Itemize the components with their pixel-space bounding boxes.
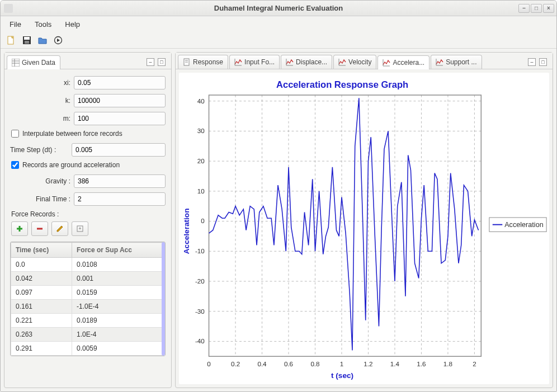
force-records-table: Time (sec) Force or Sup Acc 0.00.01080.0… [10, 242, 166, 356]
tab-given-data-label: Given Data [22, 59, 55, 67]
tab-velocity[interactable]: Velocity [333, 55, 376, 69]
tab-label: Response [193, 58, 223, 66]
panel-maximize-icon[interactable]: □ [539, 58, 547, 66]
m-input[interactable] [74, 112, 166, 125]
force-records-label: Force Records : [11, 210, 166, 218]
dt-label: Time Step (dt) : [10, 146, 72, 154]
svg-text:1.8: 1.8 [443, 360, 452, 367]
acceleration-chart: Acceleration Response Graph 00.20.40.60.… [179, 73, 549, 384]
svg-text:40: 40 [197, 97, 205, 105]
gravity-label: Gravity : [10, 177, 74, 185]
table-row[interactable]: 0.2910.0059 [11, 342, 165, 356]
k-input[interactable] [74, 94, 166, 107]
menu-help[interactable]: Help [59, 18, 86, 31]
chart-legend: Acceleration [489, 218, 546, 232]
left-tab-row: Given Data – □ [4, 53, 171, 69]
form-area: xi: k: m: Interpulate between force reco… [4, 69, 171, 363]
app-icon [4, 4, 13, 13]
given-data-panel: Given Data – □ xi: k: m: [4, 52, 172, 388]
svg-text:30: 30 [197, 127, 205, 134]
import-button[interactable] [72, 221, 88, 236]
run-icon[interactable] [53, 35, 63, 45]
tab-label: Velocity [348, 58, 371, 66]
table-row[interactable]: 0.2631.0E-4 [11, 328, 165, 342]
tab-label: Accelera... [393, 59, 424, 67]
xi-input[interactable] [74, 76, 166, 89]
interpolate-checkbox[interactable] [11, 130, 19, 138]
svg-text:0: 0 [201, 217, 205, 224]
svg-text:0.6: 0.6 [284, 360, 293, 367]
tab-support-[interactable]: Support ... [431, 55, 482, 69]
tab-label: Support ... [446, 58, 476, 66]
xi-label: xi: [10, 79, 74, 87]
save-icon[interactable] [22, 35, 32, 45]
chart-panel: ResponseInput Fo...Displace...VelocityAc… [175, 52, 553, 388]
svg-text:-10: -10 [195, 247, 205, 254]
chart-title: Acceleration Response Graph [276, 79, 408, 90]
titlebar: Duhamel Integral Numeric Evaluation – □ … [1, 1, 556, 16]
table-row[interactable]: 0.0420.001 [11, 272, 165, 286]
maximize-button[interactable]: □ [531, 4, 542, 13]
remove-row-button[interactable] [31, 221, 48, 236]
dt-input[interactable] [72, 143, 166, 157]
finaltime-label: Final Time : [10, 195, 74, 203]
tab-label: Input Fo... [244, 58, 275, 66]
window-title: Duhamel Integral Numeric Evaluation [214, 4, 343, 12]
add-row-button[interactable] [11, 221, 28, 236]
col-force[interactable]: Force or Sup Acc [72, 243, 165, 258]
panel-minimize-icon[interactable]: – [528, 58, 536, 66]
svg-text:1.2: 1.2 [364, 360, 372, 367]
svg-text:-30: -30 [195, 308, 205, 315]
tab-displace-[interactable]: Displace... [281, 55, 332, 69]
svg-text:10: 10 [197, 187, 205, 195]
ground-accel-checkbox[interactable] [11, 161, 19, 169]
document-icon [183, 58, 191, 66]
tab-accelera-[interactable]: Accelera... [377, 55, 429, 69]
toolbar [1, 32, 556, 49]
table-row[interactable]: 0.161-1.0E-4 [11, 300, 165, 314]
ground-accel-label[interactable]: Records are ground acceleration [22, 161, 120, 169]
chart-icon [436, 58, 443, 66]
minimize-button[interactable]: – [518, 4, 530, 13]
k-label: k: [10, 97, 74, 105]
panel-minimize-icon[interactable]: – [147, 58, 154, 66]
menu-file[interactable]: File [4, 18, 27, 31]
panel-maximize-icon[interactable]: □ [158, 58, 166, 66]
legend-label: Acceleration [504, 221, 544, 229]
close-button[interactable]: × [543, 4, 554, 13]
chart-area: Acceleration Response Graph 00.20.40.60.… [179, 73, 549, 384]
chart-icon [234, 58, 242, 66]
x-axis-label: t (sec) [331, 371, 353, 380]
svg-text:-20: -20 [195, 277, 205, 285]
svg-text:0.8: 0.8 [310, 360, 319, 367]
m-label: m: [10, 115, 74, 122]
table-row[interactable]: 0.2210.0189 [11, 314, 165, 328]
chart-icon [383, 59, 390, 67]
svg-text:0: 0 [207, 360, 211, 367]
open-icon[interactable] [37, 35, 48, 45]
new-file-icon[interactable] [6, 35, 16, 45]
table-row[interactable]: 0.00.0108 [11, 258, 165, 272]
interpolate-label[interactable]: Interpulate between force records [22, 130, 122, 138]
svg-text:20: 20 [197, 157, 205, 164]
svg-text:2: 2 [473, 360, 476, 367]
tab-label: Displace... [296, 58, 327, 66]
menubar: File Tools Help [1, 16, 556, 32]
table-row[interactable]: 0.0970.0159 [11, 286, 165, 300]
tab-given-data[interactable]: Given Data [7, 55, 60, 69]
table-scrollbar[interactable] [162, 242, 165, 356]
content-area: Given Data – □ xi: k: m: [1, 49, 556, 391]
svg-rect-5 [12, 59, 20, 67]
menu-tools[interactable]: Tools [29, 18, 57, 31]
svg-text:1.4: 1.4 [390, 360, 400, 367]
tab-input-fo-[interactable]: Input Fo... [229, 55, 280, 69]
chart-icon [338, 58, 346, 66]
svg-rect-2 [24, 37, 30, 40]
gravity-input[interactable] [74, 174, 166, 188]
tab-response[interactable]: Response [178, 55, 228, 69]
edit-row-button[interactable] [51, 221, 68, 236]
finaltime-input[interactable] [74, 192, 166, 206]
chart-icon [286, 58, 294, 66]
col-time[interactable]: Time (sec) [11, 243, 72, 258]
svg-text:1: 1 [340, 360, 344, 367]
